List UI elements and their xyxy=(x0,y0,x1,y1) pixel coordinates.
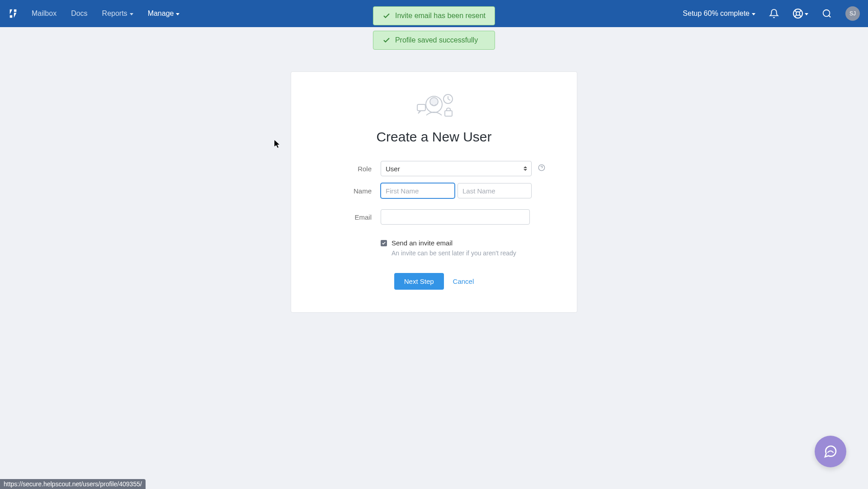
toast-profile-saved: Profile saved successfully xyxy=(373,31,495,50)
svg-point-1 xyxy=(796,12,800,15)
topbar-right: Setup 60% complete xyxy=(683,6,860,21)
button-row: Next Step Cancel xyxy=(314,273,554,290)
invite-checkbox-row: Send an invite email An invite can be se… xyxy=(314,239,554,257)
chevron-down-icon xyxy=(176,13,179,15)
role-row: Role User xyxy=(314,161,554,176)
email-row: Email xyxy=(314,209,554,225)
chevron-down-icon xyxy=(752,13,755,15)
help-fab-button[interactable] xyxy=(815,436,846,467)
svg-line-7 xyxy=(829,15,830,17)
nav-manage[interactable]: Manage xyxy=(148,9,180,18)
toast-invite-resent: Invite email has been resent xyxy=(373,6,495,25)
nav-items: Mailbox Docs Reports Manage xyxy=(32,9,179,18)
svg-line-5 xyxy=(795,15,797,17)
create-user-card: Create a New User Role User Name xyxy=(291,71,577,313)
cancel-button[interactable]: Cancel xyxy=(453,277,474,285)
user-avatar[interactable]: SJ xyxy=(845,6,860,21)
role-help-icon[interactable] xyxy=(538,164,545,173)
svg-line-4 xyxy=(799,10,801,12)
next-step-button[interactable]: Next Step xyxy=(394,273,444,290)
email-label: Email xyxy=(314,213,381,221)
nav-docs[interactable]: Docs xyxy=(71,9,87,18)
last-name-input[interactable] xyxy=(458,183,532,198)
svg-rect-10 xyxy=(417,104,425,111)
setup-status-dropdown[interactable]: Setup 60% complete xyxy=(683,9,755,18)
search-icon[interactable] xyxy=(822,9,832,19)
check-icon xyxy=(382,36,391,44)
notifications-icon[interactable] xyxy=(769,9,779,19)
chat-icon xyxy=(823,444,838,459)
name-row: Name xyxy=(314,183,554,198)
invite-checkbox-hint: An invite can be sent later if you aren'… xyxy=(381,249,516,257)
chevron-down-icon xyxy=(130,13,133,15)
invite-checkbox[interactable] xyxy=(381,240,387,246)
role-select[interactable]: User xyxy=(381,161,532,176)
nav-reports[interactable]: Reports xyxy=(102,9,133,18)
logo-icon[interactable] xyxy=(8,9,18,19)
svg-line-2 xyxy=(795,10,797,12)
url-preview: https://secure.helpscout.net/users/profi… xyxy=(0,479,146,489)
svg-line-13 xyxy=(448,99,450,100)
check-icon xyxy=(382,241,386,245)
first-name-input[interactable] xyxy=(381,183,455,198)
help-icon[interactable] xyxy=(793,8,808,19)
toast-container: Invite email has been resent Profile sav… xyxy=(373,6,495,50)
cursor-icon xyxy=(274,140,281,150)
invite-checkbox-label: Send an invite email xyxy=(392,239,453,247)
svg-point-6 xyxy=(823,10,830,17)
svg-point-9 xyxy=(430,98,438,106)
email-input[interactable] xyxy=(381,209,530,225)
nav-mailbox[interactable]: Mailbox xyxy=(32,9,57,18)
user-illustration-icon xyxy=(314,92,554,121)
name-label: Name xyxy=(314,187,381,195)
check-icon xyxy=(382,12,391,20)
chevron-down-icon xyxy=(805,13,808,15)
card-title: Create a New User xyxy=(314,129,554,145)
svg-line-3 xyxy=(799,15,801,17)
role-label: Role xyxy=(314,165,381,173)
svg-rect-14 xyxy=(445,111,452,116)
